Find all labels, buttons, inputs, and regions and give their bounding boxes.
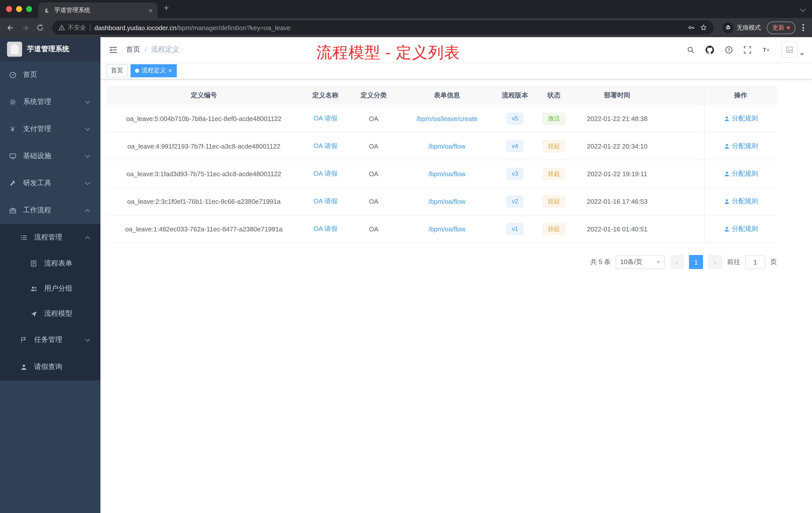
top-navbar: 首页 / 流程定义 流程模型 - 定义列表 ? TT [100, 37, 812, 62]
page-size-select[interactable]: 10条/页 [616, 255, 665, 269]
forward-button[interactable] [19, 22, 31, 34]
form-link[interactable]: /bpm/oa/flow [428, 142, 465, 150]
warning-triangle-icon [58, 24, 65, 31]
definition-name-link[interactable]: OA 请假 [313, 225, 337, 233]
person-icon [19, 363, 28, 371]
security-indicator[interactable]: 不安全 [58, 23, 86, 32]
col-form-info: 表单信息 [398, 91, 496, 100]
incognito-label: 无痕模式 [737, 23, 761, 32]
sidebar-item-infrastructure[interactable]: 基础设施 [0, 143, 100, 170]
broken-image-icon [785, 46, 793, 54]
github-icon[interactable] [705, 45, 715, 55]
search-icon[interactable] [687, 46, 695, 54]
assign-rule-link[interactable]: 分配规则 [732, 114, 758, 123]
sidebar-item-dev-tools[interactable]: 研发工具 [0, 170, 100, 197]
tab-close-icon[interactable]: × [149, 6, 153, 14]
cell-category: OA [349, 225, 398, 233]
sidebar-item-process-model[interactable]: 流程模型 [0, 301, 100, 326]
form-link[interactable]: /bpm/oa/leave/create [416, 115, 477, 122]
close-window-button[interactable] [6, 6, 12, 12]
minimize-window-button[interactable] [16, 6, 22, 12]
navbar-actions: ? TT [687, 42, 804, 58]
form-link[interactable]: /bpm/oa/flow [428, 225, 465, 233]
address-bar[interactable]: 不安全 dashboard.yudao.iocoder.cn/bpm/manag… [52, 21, 714, 35]
form-link[interactable]: /bpm/oa/flow [428, 170, 465, 177]
cell-deploy-time: 2022-01-16 17:46:53 [574, 198, 660, 205]
goto-page-input[interactable] [745, 255, 765, 269]
cell-definition-id: oa_leave:4:991f2193-7b7f-11ec-a3c8-acde4… [107, 142, 301, 150]
tab-list-caret-icon[interactable] [800, 6, 806, 12]
users-icon [29, 285, 38, 292]
update-label: 更新 [772, 23, 784, 32]
status-tag: 挂起 [543, 140, 565, 152]
sidebar-item-system-management[interactable]: 系统管理 [0, 88, 100, 116]
fullscreen-icon[interactable] [743, 46, 752, 54]
help-icon[interactable]: ? [725, 46, 733, 54]
incognito-spy-icon [725, 24, 732, 31]
definition-table: 定义编号 定义名称 定义分类 表单信息 流程版本 状态 部署时间 操作 oa_l… [107, 86, 812, 243]
definition-name-link[interactable]: OA 请假 [313, 142, 337, 150]
breadcrumb-home[interactable]: 首页 [126, 45, 140, 54]
reload-button[interactable] [34, 22, 46, 34]
password-key-icon[interactable] [688, 24, 696, 32]
new-tab-button[interactable]: + [164, 3, 169, 12]
assign-rule-link[interactable]: 分配规则 [732, 142, 758, 151]
chevron-down-icon [85, 153, 90, 158]
sidebar-item-task-management[interactable]: 任务管理 [0, 326, 100, 353]
cell-category: OA [349, 142, 398, 150]
definition-name-link[interactable]: OA 请假 [313, 170, 337, 177]
sidebar-item-label: 流程模型 [44, 309, 72, 318]
sidebar-item-leave-query[interactable]: 请假查询 [0, 353, 100, 381]
back-button[interactable] [4, 22, 16, 34]
app-window: 芋道管理系统 首页 系统管理 ¥ 支付管理 基础设施 [0, 37, 812, 513]
form-link[interactable]: /bpm/oa/flow [428, 198, 465, 205]
browser-tab[interactable]: 芋道管理系统 × [38, 2, 158, 18]
cell-definition-id: oa_leave:1:482ec033-762a-11ec-8477-a2380… [107, 225, 301, 233]
tag-close-icon[interactable]: × [168, 67, 172, 74]
col-status: 状态 [534, 91, 574, 100]
tag-process-definition[interactable]: 流程定义 × [130, 64, 176, 77]
next-page-button[interactable]: › [708, 255, 722, 269]
prev-page-button[interactable]: ‹ [670, 255, 684, 269]
sidebar-logo[interactable]: 芋道管理系统 [0, 37, 100, 61]
col-actions: 操作 [704, 86, 777, 105]
bookmark-star-icon[interactable] [699, 24, 707, 32]
sidebar-item-process-management[interactable]: 流程管理 [0, 224, 100, 251]
sidebar-item-process-form[interactable]: 流程表单 [0, 251, 100, 276]
sidebar-item-user-group[interactable]: 用户分组 [0, 276, 100, 301]
sidebar-item-home[interactable]: 首页 [0, 61, 100, 88]
wrench-icon [8, 179, 17, 187]
assign-rule-link[interactable]: 分配规则 [732, 224, 758, 233]
chrome-update-button[interactable]: 更新 [767, 21, 795, 34]
sidebar-item-payment-management[interactable]: ¥ 支付管理 [0, 116, 100, 143]
font-size-icon[interactable]: TT [762, 46, 771, 54]
tag-home[interactable]: 首页 [107, 64, 127, 77]
sidebar-fold-button[interactable] [109, 45, 118, 55]
definition-name-link[interactable]: OA 请假 [313, 115, 337, 122]
browser-menu-button[interactable] [799, 24, 808, 31]
sidebar-item-label: 系统管理 [23, 97, 51, 107]
assign-rule-link[interactable]: 分配规则 [732, 169, 758, 178]
chevron-down-icon [85, 337, 90, 341]
definition-name-link[interactable]: OA 请假 [313, 197, 337, 205]
sidebar-item-workflow[interactable]: 工作流程 [0, 197, 100, 224]
caret-down-icon [800, 53, 804, 56]
cell-category: OA [349, 115, 398, 122]
sidebar-item-label: 研发工具 [23, 179, 51, 188]
table-header-row: 定义编号 定义名称 定义分类 表单信息 流程版本 状态 部署时间 操作 [107, 86, 777, 105]
col-definition-name: 定义名称 [301, 91, 349, 100]
sidebar-item-label: 首页 [23, 70, 37, 79]
current-page-button[interactable]: 1 [689, 255, 703, 269]
assign-rule-link[interactable]: 分配规则 [732, 197, 758, 206]
sidebar-item-label: 支付管理 [23, 124, 51, 133]
annotation-title: 流程模型 - 定义列表 [316, 42, 460, 63]
col-version: 流程版本 [496, 91, 534, 100]
version-tag: v3 [507, 168, 523, 179]
url-text[interactable]: dashboard.yudao.iocoder.cn/bpm/manager/d… [94, 24, 684, 31]
sidebar-item-label: 基础设施 [23, 152, 51, 161]
url-path: /bpm/manager/definition?key=oa_leave [176, 24, 291, 31]
col-category: 定义分类 [349, 91, 398, 100]
maximize-window-button[interactable] [26, 6, 32, 12]
user-menu[interactable] [781, 42, 804, 58]
form-icon [29, 260, 38, 267]
